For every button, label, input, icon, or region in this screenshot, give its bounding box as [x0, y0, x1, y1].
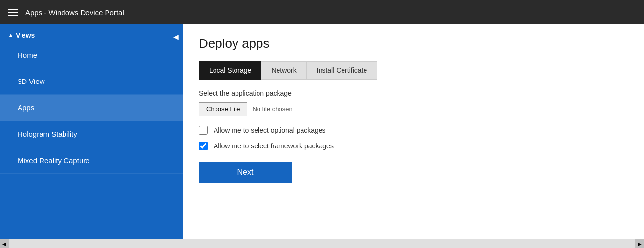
- optional-packages-checkbox[interactable]: [199, 126, 208, 135]
- views-arrow: ▲: [8, 32, 14, 39]
- scroll-track[interactable]: [9, 239, 635, 248]
- sidebar: ◀ ▲ Views Home 3D View Apps Hologram Sta…: [0, 24, 183, 239]
- hamburger-icon[interactable]: [8, 9, 18, 16]
- framework-packages-label: Allow me to select framework packages: [214, 142, 334, 150]
- file-chooser-row: Choose File No file chosen: [199, 102, 628, 116]
- sidebar-item-3dview[interactable]: 3D View: [0, 68, 183, 95]
- package-label: Select the application package: [199, 89, 628, 97]
- framework-packages-row: Allow me to select framework packages: [199, 142, 628, 150]
- no-file-label: No file chosen: [252, 105, 292, 113]
- tab-bar: Local Storage Network Install Certificat…: [199, 61, 628, 80]
- topbar: Apps - Windows Device Portal: [0, 0, 644, 24]
- next-button[interactable]: Next: [199, 162, 292, 183]
- framework-packages-checkbox[interactable]: [199, 142, 208, 150]
- views-label: Views: [16, 31, 35, 39]
- content-area: Deploy apps Local Storage Network Instal…: [183, 24, 644, 239]
- views-header: ▲ Views: [0, 24, 183, 42]
- main-layout: ◀ ▲ Views Home 3D View Apps Hologram Sta…: [0, 24, 644, 239]
- scroll-left-button[interactable]: ◀: [0, 239, 9, 248]
- tab-local-storage[interactable]: Local Storage: [199, 61, 261, 80]
- choose-file-button[interactable]: Choose File: [199, 102, 247, 116]
- page-title: Deploy apps: [199, 36, 628, 51]
- tab-install-certificate[interactable]: Install Certificate: [306, 61, 377, 80]
- horizontal-scrollbar: ◀ ▶: [0, 239, 644, 248]
- tab-network[interactable]: Network: [261, 61, 306, 80]
- sidebar-item-mixed-reality-capture[interactable]: Mixed Reality Capture: [0, 147, 183, 174]
- app-title: Apps - Windows Device Portal: [25, 8, 124, 17]
- optional-packages-row: Allow me to select optional packages: [199, 126, 628, 135]
- sidebar-collapse-button[interactable]: ◀: [169, 29, 183, 44]
- sidebar-item-apps[interactable]: Apps: [0, 95, 183, 121]
- optional-packages-label: Allow me to select optional packages: [214, 126, 326, 134]
- sidebar-item-hologram-stability[interactable]: Hologram Stability: [0, 121, 183, 147]
- scroll-right-button[interactable]: ▶: [635, 239, 644, 248]
- sidebar-item-home[interactable]: Home: [0, 42, 183, 68]
